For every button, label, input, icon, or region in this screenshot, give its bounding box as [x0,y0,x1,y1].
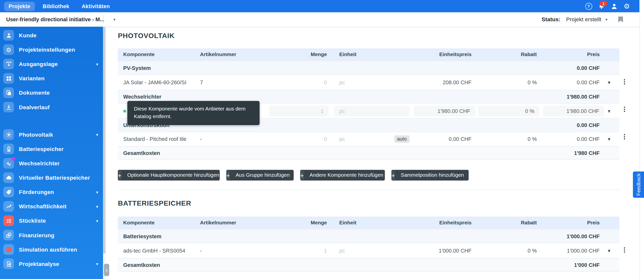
sun-icon [3,129,14,140]
rabatt-field[interactable]: 0 % [475,79,537,85]
divider [103,15,104,24]
battery-table: Komponente Artikelnummer Menge Einheit E… [118,217,619,272]
sidebar-item-virtueller-batteriespeicher[interactable]: Virtueller Batteriespeicher [0,171,103,185]
notifications-bell-icon[interactable]: 1 [598,2,605,10]
cloud-icon [3,172,14,183]
preis-field[interactable]: 0.00 CHF [538,79,600,85]
nav-projekte[interactable]: Projekte [4,1,35,11]
sidebar-item-projekteinstellungen[interactable]: Projekteinstellungen [0,43,103,57]
chevron-down-icon [96,262,98,266]
einheit-field[interactable]: pc [339,136,345,142]
group-row-pv-system: PV-System 0.00 CHF [118,61,619,75]
nav-aktivitaeten[interactable]: Aktivitäten [77,1,114,11]
pv-table-header: Komponente Artikelnummer Menge Einheit E… [118,48,619,61]
add-other-component-button[interactable]: Andere Komponente hinzufügen [300,170,385,180]
sidebar-item-wechselrichter[interactable]: Wechselrichter [0,156,103,171]
einheit-field[interactable]: pc [339,79,345,85]
col-einheitspreis: Einheitspreis [410,52,472,57]
rabatt-field[interactable]: 0 % [475,136,537,142]
col-einheit: Einheit [339,52,356,57]
notification-badge: 1 [600,1,608,6]
price-dropdown-caret-icon[interactable] [606,80,612,85]
sidebar-collapse-handle[interactable] [104,264,109,276]
project-bar: User-friendly directional initiative - M… [0,12,644,27]
col-komponente: Komponente [123,220,155,226]
einheitspreis-field[interactable]: 0.00 CHF [410,136,472,142]
record-circle-icon [3,244,14,255]
chevron-down-icon [96,219,98,223]
status-dropdown[interactable]: Projekt erstellt [566,16,608,22]
trend-up-icon [3,201,14,212]
bookmark-icon[interactable] [618,16,623,22]
preis-field[interactable]: 1'000.00 CHF [538,248,600,254]
sidebar-item-wirtschaftlichkeit[interactable]: Wirtschaftlichkeit [0,199,103,214]
einheit-field[interactable]: pc [339,248,345,254]
einheitspreis-field[interactable]: 208.00 CHF [410,79,472,85]
plus-icon [392,170,395,180]
menge-field-disabled: 1 [269,105,328,116]
preis-field[interactable]: 0.00 CHF [538,136,600,142]
price-dropdown-caret-icon[interactable] [606,248,612,254]
menge-field[interactable]: 0 [290,79,327,85]
dice-stack-icon [3,230,14,241]
page-scrollbar-lane[interactable] [640,0,644,279]
col-rabatt: Rabatt [475,220,537,226]
input-down-icon [3,58,14,69]
account-icon[interactable] [610,2,618,10]
rabatt-field[interactable]: 0 % [475,248,537,254]
sidebar-item-finanzierung[interactable]: Finanzierung [0,228,103,243]
col-artikelnummer: Artikelnummer [200,220,236,226]
project-selector[interactable]: User-friendly directional initiative - M… [6,12,116,27]
chevron-down-icon [113,17,115,22]
plus-icon [300,170,304,180]
col-preis: Preis [538,52,600,57]
sidebar-item-batteriespeicher[interactable]: Batteriespeicher [0,142,103,156]
help-icon[interactable] [585,2,592,10]
price-dropdown-caret-icon[interactable] [606,108,612,114]
sidebar-item-simulation-ausfuehren[interactable]: Simulation ausführen [0,243,103,257]
menge-field[interactable]: 0 [290,136,327,142]
component-row-standard-roof[interactable]: Standard - Pitched roof tile - 0 pc auto… [118,132,619,146]
einheit-field-disabled: pc [334,105,410,116]
settings-gear-icon[interactable] [623,2,630,10]
sine-wave-icon [3,158,14,169]
price-dropdown-caret-icon[interactable] [606,136,612,142]
menge-field[interactable]: 1 [290,248,327,254]
row-actions-kebab-icon[interactable] [622,78,627,85]
sidebar-item-projektanalyse[interactable]: Projektanalyse [0,257,103,271]
battery-section-title: BATTERIESPEICHER [118,199,191,208]
col-komponente: Komponente [123,52,155,57]
total-row-pv: Gesamtkosten 1'980 CHF [118,146,619,160]
col-preis: Preis [538,220,600,226]
component-row-ads-tec[interactable]: ads-tec GmbH - SRS0054 - 1 pc 1'000.00 C… [118,243,619,258]
add-from-group-button[interactable]: Aus Gruppe hinzufügen [226,170,294,180]
sidebar-item-foerderungen[interactable]: Förderungen [0,185,103,199]
sidebar-item-photovoltaik[interactable]: Photovoltaik [0,128,103,142]
sidebar-item-kunde[interactable]: Kunde [0,28,103,43]
sidebar-item-ausgangslage[interactable]: Ausgangslage [0,57,103,71]
sidebar-item-stueckliste[interactable]: Stückliste [0,214,103,228]
add-optional-main-component-button[interactable]: Optionale Hauptkomponente hinzufügen [118,170,220,180]
add-collective-position-button[interactable]: Sammelposition hinzufügen [392,170,468,180]
sidebar-item-varianten[interactable]: Varianten [0,71,103,86]
einheitspreis-field[interactable]: 1'000.00 CHF [410,248,472,254]
col-menge: Menge [290,220,327,226]
nav-bibliothek[interactable]: Bibliothek [38,1,74,11]
sidebar-item-dealverlauf[interactable]: Dealverlauf [0,100,103,114]
component-row-ja-solar[interactable]: JA Solar - JAM6-60-260/SI 7 0 pc 208.00 … [118,75,619,90]
chevron-down-icon [96,204,98,209]
battery-table-header: Komponente Artikelnummer Menge Einheit E… [118,217,619,229]
feedback-label: Feedback [636,173,641,196]
battery-icon [3,144,14,154]
row-actions-kebab-icon[interactable] [622,246,627,254]
row-actions-kebab-icon[interactable] [622,105,627,113]
pv-section-title: PHOTOVOLTAIK [118,32,174,40]
row-actions-kebab-icon[interactable] [622,133,627,140]
sidebar-item-dokumente[interactable]: Dokumente [0,86,103,100]
grid-icon [3,73,14,83]
sidebar-scrollbar-thumb[interactable] [103,27,106,254]
plus-icon [226,170,230,180]
status-area: Status: Projekt erstellt [542,12,623,27]
sidebar: Kunde Projekteinstellungen Ausgangslage … [0,27,103,279]
feedback-tab[interactable]: Feedback [633,172,644,198]
